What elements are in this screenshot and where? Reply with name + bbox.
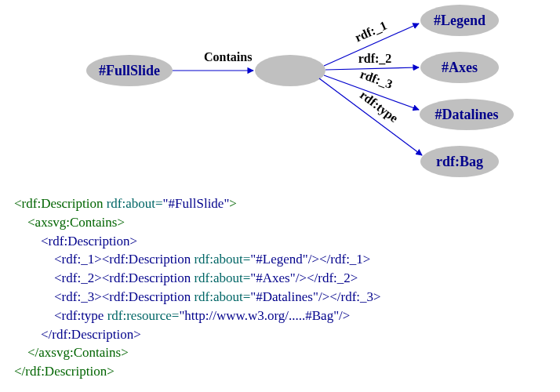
code-l1a: <rdf:Description [14,196,103,211]
node-axes-label: #Axes [442,60,478,75]
code-l9: </axsvg:Contains> [14,345,129,360]
node-fullslide: #FullSlide [86,55,173,86]
edge-rdf-type-label: rdf:type [357,88,401,125]
node-rdf-bag: rdf:Bag [420,146,499,177]
code-l4d: /></rdf:_1> [308,252,371,267]
code-l5b: rdf:about= [191,270,250,285]
rdf-graph-svg: #FullSlide #Legend #Axes #Datalines rdf:… [0,0,560,204]
edge-rdf-3-label: rdf:_3 [358,67,395,92]
code-l4c: "#Legend" [250,252,307,267]
code-l2: <axsvg:Contains> [14,215,125,230]
code-l7b: rdf:resource= [104,308,179,323]
edge-rdf-2 [325,67,419,70]
diagram-canvas: #FullSlide #Legend #Axes #Datalines rdf:… [0,0,560,392]
node-rdf-bag-label: rdf:Bag [436,154,483,169]
code-l7d: /> [339,308,350,323]
code-l7c: "http://www.w3.org/.....#Bag" [179,308,339,323]
code-l1c: "#FullSlide" [163,196,230,211]
graph-edges: Contains rdf:_1 rdf:_2 rdf:_3 rdf:type [173,19,422,155]
code-l6a: <rdf:_3><rdf:Description [14,289,191,304]
edge-rdf-2-label: rdf:_2 [358,52,392,65]
svg-point-1 [255,55,325,86]
node-datalines: #Datalines [420,99,514,130]
node-anonymous [255,55,325,86]
code-l6b: rdf:about= [191,289,250,304]
node-datalines-label: #Datalines [435,107,499,122]
edge-rdf-type [319,78,422,155]
node-legend-label: #Legend [434,13,485,28]
code-l4b: rdf:about= [191,252,250,267]
code-l4a: <rdf:_1><rdf:Description [14,252,191,267]
node-axes: #Axes [420,52,499,83]
code-l6d: /></rdf:_3> [318,289,381,304]
edge-rdf-1-label: rdf:_1 [353,19,389,45]
graph-nodes: #FullSlide #Legend #Axes #Datalines rdf:… [86,5,514,177]
edge-contains-label: Contains [204,50,252,64]
code-l1b: rdf:about= [103,196,162,211]
node-legend: #Legend [420,5,499,36]
code-l5a: <rdf:_2><rdf:Description [14,270,191,285]
code-l3: <rdf:Description> [14,234,137,249]
code-l7a: <rdf:type [14,308,104,323]
code-l1d: > [229,196,237,211]
code-l10: </rdf:Description> [14,364,115,379]
code-l6c: "#Datalines" [250,289,318,304]
code-l5c: "#Axes" [250,270,295,285]
node-fullslide-label: #FullSlide [99,63,160,78]
rdf-xml-code: <rdf:Description rdf:about="#FullSlide">… [14,194,381,381]
code-l8: </rdf:Description> [14,327,141,342]
code-l5d: /></rdf:_2> [296,270,358,285]
